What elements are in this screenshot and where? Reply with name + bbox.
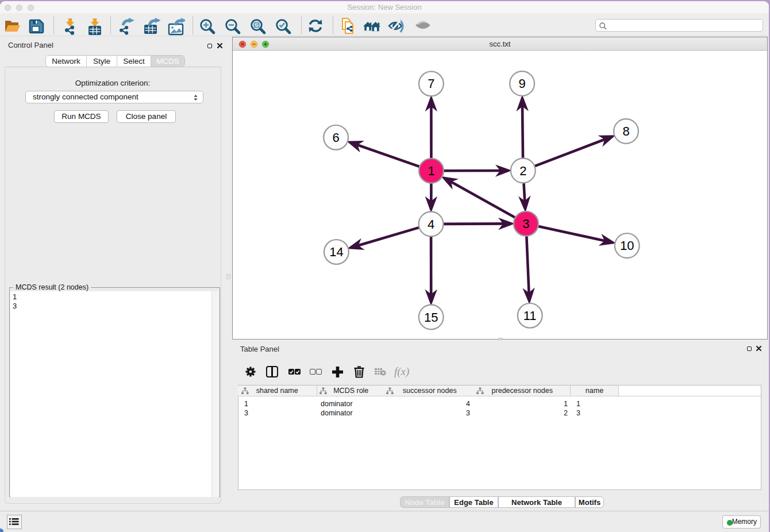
svg-text:8: 8 bbox=[622, 124, 629, 138]
svg-text:11: 11 bbox=[523, 309, 537, 323]
svg-text:1: 1 bbox=[428, 164, 434, 178]
svg-text:4: 4 bbox=[428, 217, 434, 232]
svg-text:2: 2 bbox=[519, 164, 526, 178]
svg-text:10: 10 bbox=[620, 238, 634, 253]
svg-text:9: 9 bbox=[518, 76, 525, 91]
svg-text:14: 14 bbox=[329, 245, 343, 259]
svg-text:3: 3 bbox=[522, 217, 529, 231]
svg-text:15: 15 bbox=[424, 310, 438, 325]
svg-text:7: 7 bbox=[428, 76, 434, 91]
svg-text:6: 6 bbox=[332, 130, 339, 145]
